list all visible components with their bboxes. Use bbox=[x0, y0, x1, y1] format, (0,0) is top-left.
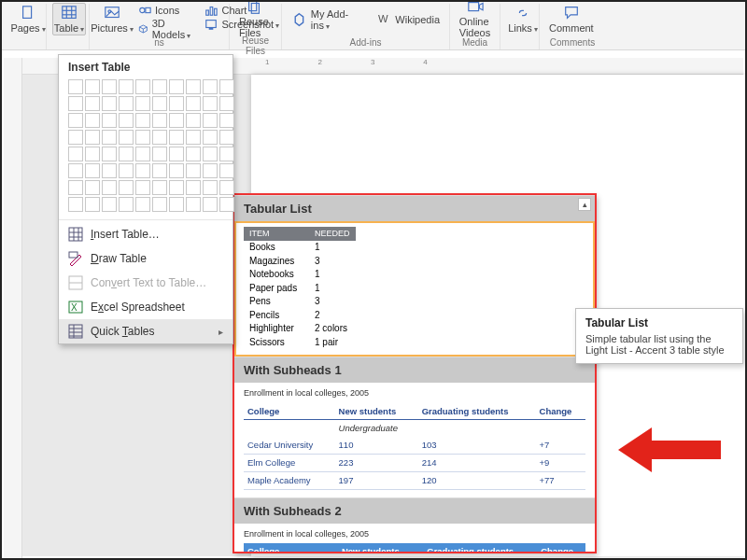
grid-cell[interactable] bbox=[135, 197, 150, 212]
grid-cell[interactable] bbox=[219, 163, 234, 178]
grid-cell[interactable] bbox=[169, 96, 184, 111]
grid-cell[interactable] bbox=[68, 113, 83, 128]
grid-cell[interactable] bbox=[169, 79, 184, 94]
grid-cell[interactable] bbox=[169, 113, 184, 128]
grid-cell[interactable] bbox=[152, 147, 167, 161]
grid-cell[interactable] bbox=[135, 163, 150, 178]
grid-cell[interactable] bbox=[186, 79, 201, 94]
menu-quick-tables[interactable]: Quick Tables ▸ bbox=[59, 319, 233, 343]
menu-excel-spreadsheet[interactable]: X Excel Spreadsheet bbox=[59, 295, 233, 319]
grid-cell[interactable] bbox=[102, 180, 117, 195]
grid-cell[interactable] bbox=[85, 96, 100, 111]
grid-cell[interactable] bbox=[119, 147, 134, 161]
grid-cell[interactable] bbox=[186, 113, 201, 128]
grid-cell[interactable] bbox=[219, 79, 234, 94]
grid-cell[interactable] bbox=[186, 197, 201, 212]
grid-cell[interactable] bbox=[203, 197, 218, 212]
menu-draw-table[interactable]: Draw Table bbox=[59, 246, 233, 271]
grid-cell[interactable] bbox=[186, 147, 201, 161]
grid-cell[interactable] bbox=[169, 130, 184, 145]
grid-cell[interactable] bbox=[135, 96, 150, 111]
grid-cell[interactable] bbox=[102, 197, 117, 212]
preview-subheads-2[interactable]: Enrollment in local colleges, 2005 Colle… bbox=[234, 524, 595, 553]
grid-cell[interactable] bbox=[102, 130, 117, 145]
grid-cell[interactable] bbox=[68, 96, 83, 111]
icons-button[interactable]: Icons bbox=[136, 4, 195, 17]
grid-cell[interactable] bbox=[219, 96, 234, 111]
grid-cell[interactable] bbox=[219, 130, 234, 145]
grid-cell[interactable] bbox=[135, 79, 150, 94]
grid-cell[interactable] bbox=[219, 197, 234, 212]
grid-cell[interactable] bbox=[186, 163, 201, 178]
preview-tabular-list[interactable]: ITEMNEEDED Books1Magazines3Notebooks1Pap… bbox=[234, 221, 595, 357]
grid-cell[interactable] bbox=[135, 113, 150, 128]
my-addins-button[interactable]: My Add-ins bbox=[288, 7, 367, 32]
svg-text:X: X bbox=[71, 302, 78, 313]
grid-cell[interactable] bbox=[119, 197, 134, 212]
grid-cell[interactable] bbox=[135, 147, 150, 161]
grid-cell[interactable] bbox=[169, 180, 184, 195]
grid-cell[interactable] bbox=[152, 163, 167, 178]
grid-cell[interactable] bbox=[85, 163, 100, 178]
grid-cell[interactable] bbox=[135, 130, 150, 145]
grid-cell[interactable] bbox=[85, 79, 100, 94]
table-button[interactable]: Table bbox=[52, 3, 86, 35]
grid-cell[interactable] bbox=[203, 180, 218, 195]
links-button[interactable]: Links bbox=[506, 4, 540, 35]
menu-insert-table[interactable]: IInsert Table…nsert Table… bbox=[59, 222, 233, 246]
grid-cell[interactable] bbox=[203, 79, 218, 94]
grid-cell[interactable] bbox=[85, 197, 100, 212]
online-videos-button[interactable]: Online Videos bbox=[456, 0, 494, 40]
grid-cell[interactable] bbox=[203, 113, 218, 128]
grid-cell[interactable] bbox=[135, 180, 150, 195]
grid-cell[interactable] bbox=[102, 147, 117, 161]
grid-cell[interactable] bbox=[119, 113, 134, 128]
grid-cell[interactable] bbox=[152, 130, 167, 145]
wikipedia-button[interactable]: WWikipedia bbox=[374, 10, 444, 29]
grid-cell[interactable] bbox=[203, 147, 218, 161]
grid-cell[interactable] bbox=[102, 79, 117, 94]
grid-cell[interactable] bbox=[219, 113, 234, 128]
grid-cell[interactable] bbox=[186, 130, 201, 145]
grid-cell[interactable] bbox=[169, 147, 184, 161]
grid-cell[interactable] bbox=[85, 130, 100, 145]
grid-cell[interactable] bbox=[68, 79, 83, 94]
grid-cell[interactable] bbox=[152, 79, 167, 94]
grid-cell[interactable] bbox=[68, 180, 83, 195]
grid-cell[interactable] bbox=[68, 163, 83, 178]
grid-cell[interactable] bbox=[68, 130, 83, 145]
grid-cell[interactable] bbox=[68, 147, 83, 161]
grid-cell[interactable] bbox=[152, 113, 167, 128]
grid-cell[interactable] bbox=[102, 96, 117, 111]
grid-cell[interactable] bbox=[169, 197, 184, 212]
grid-cell[interactable] bbox=[169, 163, 184, 178]
pages-button[interactable]: Pages bbox=[11, 4, 45, 35]
grid-cell[interactable] bbox=[186, 180, 201, 195]
comment-button[interactable]: Comment bbox=[545, 4, 598, 35]
grid-cell[interactable] bbox=[152, 180, 167, 195]
pictures-button[interactable]: Pictures bbox=[95, 4, 129, 35]
grid-cell[interactable] bbox=[102, 163, 117, 178]
grid-cell[interactable] bbox=[119, 96, 134, 111]
grid-cell[interactable] bbox=[119, 180, 134, 195]
grid-cell[interactable] bbox=[68, 197, 83, 212]
grid-cell[interactable] bbox=[186, 96, 201, 111]
grid-cell[interactable] bbox=[203, 130, 218, 145]
grid-cell[interactable] bbox=[152, 197, 167, 212]
grid-cell[interactable] bbox=[219, 147, 234, 161]
grid-cell[interactable] bbox=[85, 147, 100, 161]
grid-cell[interactable] bbox=[203, 163, 218, 178]
grid-cell[interactable] bbox=[203, 96, 218, 111]
grid-cell[interactable] bbox=[102, 113, 117, 128]
table-size-grid[interactable] bbox=[59, 77, 233, 217]
grid-cell[interactable] bbox=[85, 113, 100, 128]
svg-rect-19 bbox=[248, 1, 256, 11]
grid-cell[interactable] bbox=[152, 96, 167, 111]
grid-cell[interactable] bbox=[119, 163, 134, 178]
preview-subheads-1[interactable]: Enrollment in local colleges, 2005 Colle… bbox=[234, 383, 595, 497]
grid-cell[interactable] bbox=[119, 79, 134, 94]
grid-cell[interactable] bbox=[85, 180, 100, 195]
grid-cell[interactable] bbox=[219, 180, 234, 195]
scroll-up-icon[interactable]: ▴ bbox=[578, 198, 591, 211]
grid-cell[interactable] bbox=[119, 130, 134, 145]
